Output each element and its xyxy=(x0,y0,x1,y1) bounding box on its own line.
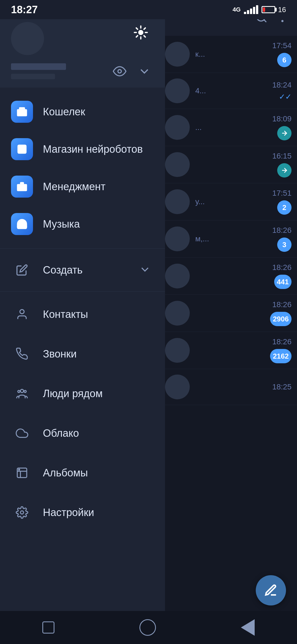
svg-point-19 xyxy=(18,391,20,393)
chat-content: 4... xyxy=(195,86,267,95)
contacts-label: Контакты xyxy=(43,309,88,320)
sidebar-item-cloud[interactable]: Облако xyxy=(0,413,165,453)
sidebar-item-nearby[interactable]: Люди рядом xyxy=(0,374,165,413)
chat-meta: 18:24 ✓✓ xyxy=(272,81,292,101)
calls-icon xyxy=(11,343,33,365)
chat-time: 18:26 xyxy=(272,226,292,235)
chat-avatar xyxy=(165,78,190,103)
chat-time: 18:09 xyxy=(272,114,292,123)
chat-badge: 3 xyxy=(277,238,292,252)
chat-item[interactable]: 18:26 2906 xyxy=(160,295,297,332)
svg-point-9 xyxy=(118,70,122,73)
chat-avatar xyxy=(165,189,190,214)
chat-avatar xyxy=(165,375,190,399)
chat-content: м,... xyxy=(195,234,267,243)
chat-badge xyxy=(277,126,292,140)
chat-meta: 18:26 441 xyxy=(272,263,292,289)
chat-meta: 18:25 xyxy=(272,383,292,391)
chat-time: 18:25 xyxy=(272,383,292,391)
svg-point-17 xyxy=(20,310,24,314)
brightness-icon[interactable] xyxy=(133,25,148,40)
battery-fill xyxy=(263,7,265,12)
chat-preview: к... xyxy=(195,50,267,59)
sidebar-item-ai-store[interactable]: Ai Магазин нейроботов xyxy=(0,130,165,168)
status-time: 18:27 xyxy=(11,4,38,16)
chat-time: 18:24 xyxy=(272,81,292,89)
chat-badge xyxy=(277,163,292,178)
chat-item[interactable]: 16:15 xyxy=(160,146,297,183)
network-type: 4G xyxy=(233,6,241,13)
svg-point-0 xyxy=(138,30,144,35)
compose-fab[interactable] xyxy=(256,575,286,605)
sidebar-item-wallet[interactable]: Кошелек xyxy=(0,93,165,130)
svg-point-20 xyxy=(24,391,26,393)
chat-avatar xyxy=(165,227,190,251)
cloud-icon xyxy=(11,422,33,444)
settings-label: Настройки xyxy=(43,507,94,519)
chat-badge: 441 xyxy=(274,275,292,289)
create-label: Создать xyxy=(43,264,129,276)
bottom-nav-bar xyxy=(0,611,297,644)
chat-preview: м,... xyxy=(195,234,267,243)
svg-point-28 xyxy=(281,20,284,22)
sidebar-item-albums[interactable]: Альбомы xyxy=(0,453,165,493)
chat-item[interactable]: 18:26 441 xyxy=(160,258,297,295)
sidebar-item-management[interactable]: Менеджмент xyxy=(0,168,165,205)
pencil-icon xyxy=(11,259,33,281)
wallet-icon-box xyxy=(11,101,33,123)
chat-item[interactable]: у... 17:51 2 xyxy=(160,183,297,220)
chevron-down-icon[interactable] xyxy=(138,64,151,79)
status-bar: 18:27 4G 16 xyxy=(0,0,297,19)
nearby-label: Люди рядом xyxy=(43,388,103,400)
profile-username xyxy=(11,74,55,79)
status-icons: 4G 16 xyxy=(233,5,286,14)
chat-time: 18:26 xyxy=(272,337,292,346)
chat-content: к... xyxy=(195,50,267,59)
chat-avatar xyxy=(165,42,190,67)
avatar xyxy=(11,22,44,55)
chat-item[interactable]: 4... 18:24 ✓✓ xyxy=(160,73,297,109)
svg-line-7 xyxy=(136,36,138,37)
nav-back-button[interactable] xyxy=(241,619,255,636)
chat-meta: 18:09 xyxy=(272,114,292,140)
nav-recents-button[interactable] xyxy=(42,621,54,634)
calls-label: Звонки xyxy=(43,348,77,360)
nav-home-button[interactable] xyxy=(139,619,156,636)
create-section: Создать xyxy=(0,249,165,292)
chat-item[interactable]: к... 17:54 6 xyxy=(160,36,297,73)
chat-badge: 2 xyxy=(277,200,292,215)
svg-line-25 xyxy=(264,20,266,22)
wallet-label: Кошелек xyxy=(43,106,85,118)
svg-point-23 xyxy=(20,511,24,514)
app-menu-section: Кошелек Ai Магазин нейроботов xyxy=(0,88,165,249)
albums-icon xyxy=(11,462,33,484)
management-label: Менеджмент xyxy=(43,181,106,193)
chat-item[interactable]: ... 18:09 xyxy=(160,109,297,146)
create-item[interactable]: Создать xyxy=(0,251,165,289)
svg-line-8 xyxy=(144,28,145,29)
chat-preview: ... xyxy=(195,123,267,132)
settings-icon xyxy=(11,501,33,523)
chat-content: у... xyxy=(195,197,267,206)
ai-store-label: Магазин нейроботов xyxy=(43,143,143,155)
svg-point-11 xyxy=(24,112,26,114)
create-chevron-icon xyxy=(139,263,151,277)
chat-item[interactable]: 18:25 xyxy=(160,369,297,405)
eye-icon[interactable] xyxy=(113,64,127,79)
signal-strength xyxy=(244,5,258,14)
battery-box xyxy=(262,6,275,13)
chat-item[interactable]: м,... 18:26 3 xyxy=(160,220,297,258)
management-icon-box xyxy=(11,176,33,198)
sidebar-item-calls[interactable]: Звонки xyxy=(0,334,165,374)
chat-time: 16:15 xyxy=(272,152,292,160)
chat-time: 17:54 xyxy=(272,41,292,50)
sidebar-item-contacts[interactable]: Контакты xyxy=(0,294,165,334)
sidebar-item-music[interactable]: Музыка xyxy=(0,205,165,243)
svg-text:Ai: Ai xyxy=(20,147,24,152)
chat-meta: 17:54 6 xyxy=(272,41,292,67)
sidebar-item-settings[interactable]: Настройки xyxy=(0,493,165,532)
chat-meta: 17:51 2 xyxy=(272,189,292,215)
chat-item[interactable]: 18:26 2162 xyxy=(160,332,297,369)
chat-meta: 18:26 2162 xyxy=(270,337,292,363)
chat-badge: 2906 xyxy=(270,312,292,326)
